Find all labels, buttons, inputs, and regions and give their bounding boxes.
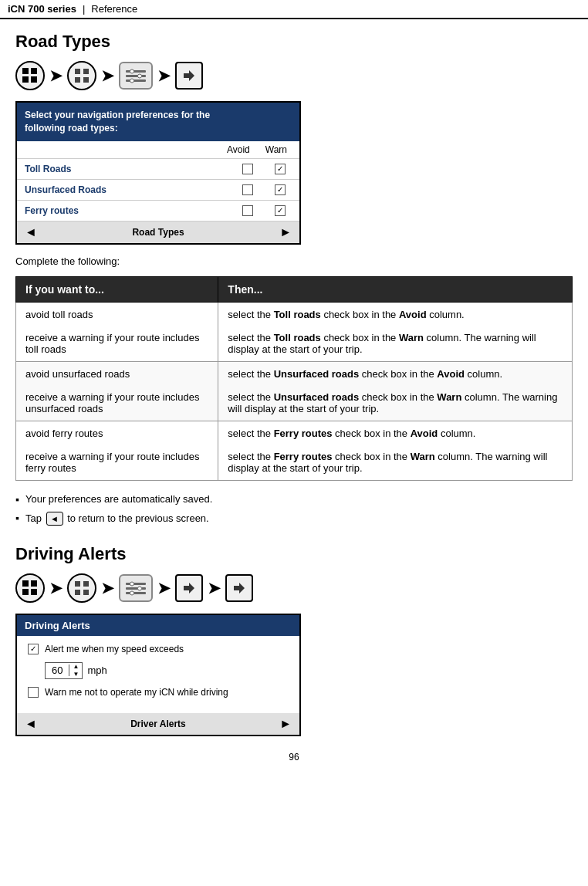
da-screenshot-footer: ◄ Driver Alerts ► <box>17 713 299 735</box>
da-footer-label: Driver Alerts <box>130 719 186 729</box>
bullet-marker: ▪ <box>15 512 19 524</box>
instruction-text: Complete the following: <box>15 255 573 267</box>
da-operate-checkbox[interactable] <box>28 687 39 698</box>
unsurfaced-roads-checks <box>242 184 286 195</box>
col-warn-label: Warn <box>265 144 287 155</box>
col-avoid-label: Avoid <box>227 144 250 155</box>
speed-value: 60 <box>46 664 69 676</box>
svg-rect-3 <box>83 77 89 83</box>
footer-back-arrow[interactable]: ◄ <box>25 225 37 239</box>
da-nav-arrow-3: ➤ <box>157 579 171 597</box>
ferry-routes-checks <box>242 205 286 216</box>
col1-header: If you want to... <box>16 276 218 302</box>
ferry-warn-checkbox[interactable] <box>275 205 286 216</box>
da-nav-icon-last <box>225 574 253 602</box>
svg-rect-6 <box>126 79 146 82</box>
road-types-table: If you want to... Then... avoid toll roa… <box>15 276 573 481</box>
col2-header: Then... <box>218 276 573 302</box>
nav-icon-settings <box>119 62 153 90</box>
nav-icon-roadtypes <box>175 62 203 90</box>
da-last-icon <box>231 580 248 597</box>
da-speed-input-row: 60 ▲ ▼ mph <box>45 662 289 679</box>
speed-stepper[interactable]: ▲ ▼ <box>69 663 82 678</box>
svg-rect-2 <box>75 77 80 83</box>
bullet-item: ▪ Your preferences are automatically sav… <box>15 493 573 506</box>
da-speed-label: Alert me when my speed exceeds <box>45 644 184 654</box>
bullet-item: ▪ Tap ◄ to return to the previous screen… <box>15 512 573 526</box>
da-footer-forward-arrow[interactable]: ► <box>279 717 292 731</box>
svg-point-20 <box>130 591 134 595</box>
menu-grid-icon <box>73 67 90 84</box>
footer-forward-arrow[interactable]: ► <box>279 225 292 239</box>
speed-input[interactable]: 60 ▲ ▼ <box>45 662 83 679</box>
toll-warn-checkbox[interactable] <box>275 164 286 174</box>
speed-down-arrow[interactable]: ▼ <box>73 671 79 678</box>
da-nav-icon-menu <box>67 573 96 603</box>
nav-icon-menu <box>67 61 96 90</box>
svg-marker-10 <box>184 70 194 81</box>
ferry-routes-label: Ferry routes <box>25 205 242 216</box>
da-row-alert-speed: Alert me when my speed exceeds <box>28 644 289 654</box>
want-ferry: avoid ferry routes receive a warning if … <box>16 421 218 480</box>
svg-point-9 <box>130 79 134 83</box>
unsurfaced-roads-label: Unsurfaced Roads <box>25 184 242 195</box>
road-types-title: Road Types <box>15 32 573 52</box>
table-row: avoid toll roads receive a warning if yo… <box>16 302 573 361</box>
then-toll: select the Toll roads check box in the A… <box>218 302 573 361</box>
svg-rect-14 <box>83 590 89 595</box>
svg-rect-16 <box>126 587 146 590</box>
nav-arrow-2: ➤ <box>101 66 114 85</box>
screenshot-header: Select your navigation preferences for t… <box>17 103 299 141</box>
svg-rect-15 <box>126 583 146 585</box>
svg-rect-13 <box>75 590 80 595</box>
svg-point-7 <box>130 69 134 73</box>
svg-rect-12 <box>83 581 89 587</box>
bullet-marker: ▪ <box>15 493 19 506</box>
da-speed-checkbox[interactable] <box>28 644 39 654</box>
driving-alerts-screenshot: Driving Alerts Alert me when my speed ex… <box>15 614 301 736</box>
toll-roads-checks <box>242 164 286 174</box>
da-nav-icon-settings <box>119 574 153 602</box>
roadtypes-icon <box>181 67 198 84</box>
screenshot-col-headers: Avoid Warn <box>17 141 299 159</box>
svg-point-18 <box>130 582 134 586</box>
da-menu-grid-icon <box>73 580 90 597</box>
svg-point-8 <box>138 74 142 78</box>
road-types-bullets: ▪ Your preferences are automatically sav… <box>15 493 573 526</box>
want-unsurfaced: avoid unsurfaced roads receive a warning… <box>16 361 218 421</box>
road-types-nav-icons: ➤ ➤ ➤ <box>15 61 573 90</box>
bullet-text-2: Tap ◄ to return to the previous screen. <box>25 512 209 526</box>
speed-up-arrow[interactable]: ▲ <box>73 663 79 671</box>
ferry-avoid-checkbox[interactable] <box>242 205 253 216</box>
da-footer-back-arrow[interactable]: ◄ <box>25 717 37 731</box>
svg-rect-11 <box>75 581 80 587</box>
nav-arrow-1: ➤ <box>49 66 63 85</box>
svg-point-19 <box>138 587 142 590</box>
table-row: avoid ferry routes receive a warning if … <box>16 421 573 480</box>
da-screenshot-body: Alert me when my speed exceeds 60 ▲ ▼ mp… <box>17 636 299 713</box>
svg-rect-4 <box>126 70 146 73</box>
da-settings-icon <box>124 580 147 597</box>
screenshot-row-unsurfaced: Unsurfaced Roads <box>17 180 299 201</box>
table-row: avoid unsurfaced roads receive a warning… <box>16 361 573 421</box>
da-nav-icon-home <box>15 573 45 603</box>
svg-rect-0 <box>75 69 80 74</box>
unsurfaced-avoid-checkbox[interactable] <box>242 184 253 195</box>
svg-rect-17 <box>126 592 146 594</box>
toll-roads-label: Toll Roads <box>25 164 242 174</box>
da-next-icon <box>181 580 198 597</box>
da-nav-arrow-1: ➤ <box>49 579 63 597</box>
da-screenshot-header: Driving Alerts <box>17 615 299 636</box>
page-content: Road Types ➤ ➤ <box>0 19 588 783</box>
toll-avoid-checkbox[interactable] <box>242 164 253 174</box>
then-unsurfaced: select the Unsurfaced roads check box in… <box>218 361 573 421</box>
da-grid-icon <box>22 580 38 596</box>
header-section: Reference <box>91 3 137 15</box>
grid-icon <box>22 68 38 83</box>
driving-alerts-nav-icons: ➤ ➤ ➤ ➤ <box>15 573 573 603</box>
unsurfaced-warn-checkbox[interactable] <box>275 184 286 195</box>
road-types-screenshot: Select your navigation preferences for t… <box>15 101 301 245</box>
footer-label: Road Types <box>132 227 184 238</box>
want-toll: avoid toll roads receive a warning if yo… <box>16 302 218 361</box>
back-icon: ◄ <box>46 512 63 526</box>
